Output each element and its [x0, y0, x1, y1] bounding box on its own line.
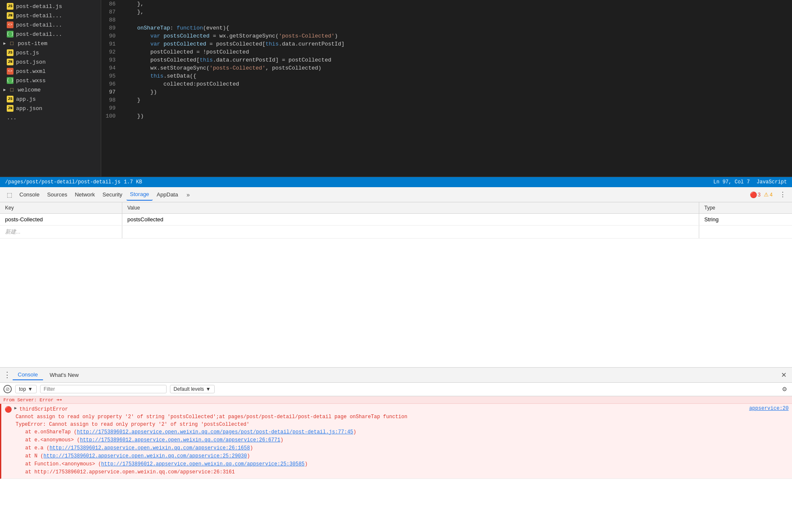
- line-number: 87: [101, 8, 122, 16]
- settings-button[interactable]: ⚙: [780, 385, 789, 393]
- console-output: From Server: Error ➜➜ 🔴 ▶ thirdScriptErr…: [0, 396, 792, 532]
- folder-post-item[interactable]: ▶ □ post-item: [0, 39, 101, 48]
- stack-link-4[interactable]: http://1753896012.appservice.open.weixin…: [43, 453, 247, 459]
- tab-console[interactable]: Console: [16, 189, 43, 201]
- stack-frame-2: at e.<anonymous> (http://1753896012.apps…: [13, 436, 789, 444]
- default-levels-select[interactable]: Default levels ▼: [170, 385, 215, 393]
- line-content: onShareTap: function(event){: [122, 24, 792, 32]
- more-tabs-button[interactable]: »: [182, 189, 194, 201]
- error-title: thirdScriptError: [19, 406, 68, 413]
- line-content: postsCollected[this.data.currentPostId] …: [122, 56, 792, 64]
- wxss-icon: { }: [7, 31, 13, 38]
- stack-link-5[interactable]: http://1753896012.appservice.open.weixin…: [101, 461, 304, 467]
- js-icon: JS: [7, 3, 13, 10]
- overflow-menu-button[interactable]: ⋮: [777, 189, 789, 201]
- line-number: 93: [101, 56, 122, 64]
- folder-icon: □: [8, 86, 15, 93]
- folder-name: post-item: [18, 40, 47, 47]
- file-tree: JS post-detail.js JN post-detail... <> p…: [0, 0, 101, 177]
- stack-link-2[interactable]: http://1753896012.appservice.open.weixin…: [80, 437, 280, 443]
- file-item-post-detail-wxss[interactable]: { } post-detail...: [0, 30, 101, 39]
- filter-input[interactable]: [40, 385, 167, 393]
- tab-network[interactable]: Network: [71, 189, 98, 201]
- no-entry-icon[interactable]: ⊘: [3, 385, 12, 393]
- file-item-post-json[interactable]: JN post.json: [0, 57, 101, 67]
- console-tab-bar: ⋮ Console What's New ✕: [0, 368, 792, 383]
- status-bar: /pages/post/post-detail/post-detail.js 1…: [0, 177, 792, 187]
- code-line-96: 96 collected:postCollected: [101, 80, 792, 88]
- status-right: Ln 97, Col 7 JavaScript: [714, 179, 787, 185]
- file-item-app-js[interactable]: JS app.js: [0, 94, 101, 104]
- stack-frame-3: at e.a (http://1753896012.appservice.ope…: [13, 444, 789, 452]
- error-source-link[interactable]: appservice:20: [749, 406, 789, 411]
- cursor-position: Ln 97, Col 7: [714, 179, 750, 185]
- stack-link-3[interactable]: http://1753896012.appservice.open.weixin…: [49, 445, 250, 451]
- devtools-toolbar: ⬚ Console Sources Network Security Stora…: [0, 187, 792, 202]
- tab-sources[interactable]: Sources: [44, 189, 71, 201]
- error-count: 3: [758, 192, 761, 198]
- stack-link-1[interactable]: http://1753896012.appservice.open.weixin…: [77, 429, 353, 435]
- column-key: Key: [0, 202, 122, 213]
- line-content: postCollected = !postCollected: [122, 48, 792, 56]
- tab-console-bottom[interactable]: Console: [13, 370, 43, 380]
- code-line-95: 95 this.setData({: [101, 72, 792, 80]
- stack-frame-4: at N (http://1753896012.appservice.open.…: [13, 452, 789, 460]
- stack-frame-5: at Function.<anonymous> (http://17538960…: [13, 460, 789, 468]
- file-name: post.wxss: [16, 78, 46, 84]
- close-console-button[interactable]: ✕: [779, 370, 789, 380]
- line-number: 90: [101, 32, 122, 40]
- levels-dropdown-arrow: ▼: [206, 386, 211, 392]
- line-number-active: 97: [101, 88, 122, 96]
- new-entry-row[interactable]: 新建...: [0, 226, 792, 239]
- tab-security[interactable]: Security: [99, 189, 126, 201]
- code-line-89: 89 onShareTap: function(event){: [101, 24, 792, 32]
- file-item-post-wxml[interactable]: <> post.wxml: [0, 67, 101, 76]
- code-line-98: 98 }: [101, 96, 792, 104]
- column-value: Value: [122, 202, 699, 213]
- file-name: post.js: [16, 50, 39, 56]
- dropdown-arrow: ▼: [28, 386, 33, 392]
- tab-appdata[interactable]: AppData: [154, 189, 182, 201]
- line-content: var postCollected = postsCollected[this.…: [122, 40, 792, 48]
- file-item-more[interactable]: ...: [0, 113, 101, 122]
- file-size: 1.7 KB: [124, 179, 142, 185]
- line-number: 86: [101, 0, 122, 8]
- arrow-icon: ▶: [3, 41, 6, 46]
- error-icon: 🔴: [750, 191, 757, 198]
- tab-whats-new[interactable]: What's New: [45, 370, 84, 380]
- storage-table: Key Value Type posts-Collected postsColl…: [0, 202, 792, 368]
- file-name: app.json: [16, 105, 42, 112]
- folder-name: welcome: [18, 87, 41, 93]
- language: JavaScript: [757, 179, 787, 185]
- new-entry-key[interactable]: 新建...: [0, 226, 122, 238]
- collapse-arrow[interactable]: ▶: [14, 406, 17, 411]
- arrow-icon: ▶: [3, 87, 6, 92]
- code-line-94: 94 wx.setStorageSync('posts-Collected', …: [101, 64, 792, 72]
- storage-row-1[interactable]: posts-Collected postsCollected String: [0, 214, 792, 226]
- devtools-panel: ⬚ Console Sources Network Security Stora…: [0, 187, 792, 532]
- file-item-post-detail-wxml[interactable]: <> post-detail...: [0, 20, 101, 30]
- top-level-select[interactable]: top ▼: [15, 385, 37, 393]
- folder-welcome[interactable]: ▶ □ welcome: [0, 85, 101, 94]
- warn-badge: ⚠ 4: [764, 191, 773, 198]
- column-type: Type: [699, 202, 792, 213]
- file-item-app-json[interactable]: JN app.json: [0, 104, 101, 113]
- line-content: collected:postCollected: [122, 80, 792, 88]
- file-name: app.js: [16, 96, 36, 102]
- file-item-post-detail-js[interactable]: JS post-detail.js: [0, 2, 101, 11]
- code-line-100: 100 }): [101, 112, 792, 120]
- tab-storage[interactable]: Storage: [127, 189, 153, 201]
- console-menu-button[interactable]: ⋮: [3, 370, 11, 379]
- code-editor: JS post-detail.js JN post-detail... <> p…: [0, 0, 792, 177]
- file-item-post-js[interactable]: JS post.js: [0, 48, 101, 57]
- code-line-93: 93 postsCollected[this.data.currentPostI…: [101, 56, 792, 64]
- console-section: ⋮ Console What's New ✕ ⊘ top ▼ Default l…: [0, 368, 792, 532]
- line-content: wx.setStorageSync('posts-Collected', pos…: [122, 64, 792, 72]
- file-item-post-detail-json[interactable]: JN post-detail...: [0, 11, 101, 20]
- cursor-icon-button[interactable]: ⬚: [3, 189, 15, 201]
- file-item-post-wxss[interactable]: { } post.wxss: [0, 76, 101, 85]
- error-stack: at e.onShareTap (http://1753896012.appse…: [5, 428, 789, 477]
- error-badge: 🔴 3: [750, 191, 761, 198]
- code-line-86: 86 },: [101, 0, 792, 8]
- value-cell: postsCollected: [122, 214, 699, 225]
